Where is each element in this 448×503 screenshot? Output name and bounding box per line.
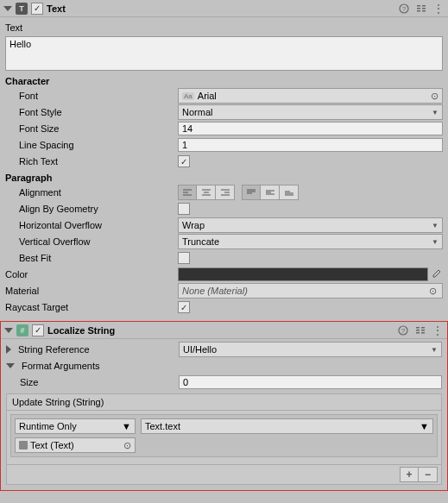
font-field[interactable]: Aa Arial ⊙ bbox=[178, 88, 443, 104]
svg-text:?: ? bbox=[401, 327, 406, 335]
function-value: Text.text bbox=[145, 421, 180, 431]
chevron-down-icon: ▼ bbox=[431, 346, 438, 354]
foldout-toggle[interactable] bbox=[6, 363, 15, 368]
remove-listener-button[interactable]: − bbox=[419, 467, 438, 482]
svg-rect-29 bbox=[416, 330, 420, 331]
object-picker-icon[interactable]: ⊙ bbox=[426, 286, 439, 297]
align-bottom-button[interactable] bbox=[280, 185, 299, 200]
fontstyle-label: Font Style bbox=[5, 107, 178, 117]
text-label: Text bbox=[5, 22, 178, 33]
text-component-header[interactable]: T ✓ Text ? ⋮ bbox=[0, 0, 448, 17]
foldout-toggle[interactable] bbox=[6, 345, 11, 354]
svg-rect-28 bbox=[416, 327, 420, 329]
formatargs-label: Format Arguments bbox=[22, 361, 99, 371]
text-textarea[interactable]: Hello bbox=[5, 36, 443, 71]
richtext-checkbox[interactable]: ✓ bbox=[178, 155, 190, 167]
event-title: Update String (String) bbox=[7, 394, 441, 411]
stringref-label: String Reference bbox=[18, 344, 90, 355]
svg-rect-33 bbox=[421, 332, 425, 334]
localize-string-component: # ✓ Localize String ? ⋮ String Reference… bbox=[0, 321, 448, 491]
align-center-button[interactable] bbox=[197, 185, 216, 200]
svg-rect-30 bbox=[416, 332, 420, 334]
svg-rect-5 bbox=[422, 5, 426, 7]
svg-rect-2 bbox=[417, 5, 420, 7]
linespacing-input[interactable] bbox=[178, 138, 443, 152]
eyedropper-icon[interactable] bbox=[430, 267, 443, 281]
fontstyle-value: Normal bbox=[182, 107, 212, 117]
text-component-icon: T bbox=[16, 3, 28, 15]
svg-rect-4 bbox=[417, 10, 420, 12]
linespacing-label: Line Spacing bbox=[5, 140, 178, 150]
chevron-down-icon: ▼ bbox=[432, 109, 439, 116]
svg-rect-6 bbox=[422, 8, 426, 9]
component-title: Text bbox=[47, 3, 398, 14]
chevron-down-icon: ▼ bbox=[122, 421, 131, 431]
object-picker-icon[interactable]: ⊙ bbox=[431, 91, 439, 102]
function-dropdown[interactable]: Text.text ▼ bbox=[141, 418, 433, 434]
font-asset-icon: Aa bbox=[182, 92, 194, 100]
unity-event-box: Update String (String) Runtime Only ▼ Te… bbox=[6, 393, 442, 485]
fontsize-label: Font Size bbox=[5, 123, 178, 134]
target-value: Text (Text) bbox=[30, 440, 74, 450]
chevron-down-icon: ▼ bbox=[420, 421, 429, 431]
text-component: T ✓ Text ? ⋮ Text Hello Character Font A… bbox=[0, 0, 448, 321]
alignbygeom-checkbox[interactable] bbox=[178, 203, 190, 215]
presets-icon[interactable] bbox=[415, 3, 427, 15]
raycast-label: Raycast Target bbox=[5, 302, 178, 312]
raycast-checkbox[interactable]: ✓ bbox=[178, 301, 190, 313]
help-icon[interactable]: ? bbox=[397, 324, 409, 336]
menu-icon[interactable]: ⋮ bbox=[432, 324, 444, 336]
localize-component-header[interactable]: # ✓ Localize String ? ⋮ bbox=[1, 322, 447, 339]
callstate-value: Runtime Only bbox=[19, 421, 77, 431]
menu-icon[interactable]: ⋮ bbox=[432, 3, 445, 15]
hoverflow-dropdown[interactable]: Wrap ▼ bbox=[178, 217, 443, 233]
component-title: Localize String bbox=[47, 325, 397, 336]
alignment-label: Alignment bbox=[5, 187, 178, 198]
foldout-toggle[interactable] bbox=[4, 328, 13, 333]
svg-rect-3 bbox=[417, 8, 420, 9]
stringref-value: UI/Hello bbox=[183, 344, 217, 355]
voverflow-value: Truncate bbox=[182, 236, 219, 247]
alignbygeom-label: Align By Geometry bbox=[5, 204, 178, 214]
help-icon[interactable]: ? bbox=[398, 3, 410, 15]
font-value: Arial bbox=[198, 91, 217, 101]
character-section: Character bbox=[5, 76, 443, 86]
stringref-dropdown[interactable]: UI/Hello ▼ bbox=[179, 342, 442, 357]
align-right-button[interactable] bbox=[216, 185, 235, 200]
svg-text:?: ? bbox=[402, 5, 407, 13]
color-field[interactable] bbox=[178, 267, 428, 281]
material-field[interactable]: None (Material) ⊙ bbox=[178, 283, 443, 299]
align-top-button[interactable] bbox=[242, 185, 261, 200]
hoverflow-value: Wrap bbox=[182, 220, 205, 230]
svg-rect-7 bbox=[422, 10, 426, 12]
voverflow-dropdown[interactable]: Truncate ▼ bbox=[178, 234, 443, 249]
fontstyle-dropdown[interactable]: Normal ▼ bbox=[178, 104, 443, 120]
target-object-field[interactable]: Text (Text) ⊙ bbox=[15, 437, 136, 453]
align-left-button[interactable] bbox=[178, 185, 197, 200]
gameobject-icon bbox=[19, 441, 28, 450]
align-middle-button[interactable] bbox=[261, 185, 280, 200]
enable-checkbox[interactable]: ✓ bbox=[32, 324, 44, 336]
add-listener-button[interactable]: + bbox=[400, 467, 419, 482]
object-picker-icon[interactable]: ⊙ bbox=[123, 440, 131, 451]
size-label: Size bbox=[6, 377, 179, 387]
material-value: None (Material) bbox=[182, 286, 248, 296]
event-listener-row: Runtime Only ▼ Text (Text) ⊙ Text.text ▼ bbox=[10, 414, 438, 457]
foldout-toggle[interactable] bbox=[3, 6, 12, 11]
presets-icon[interactable] bbox=[414, 324, 426, 336]
chevron-down-icon: ▼ bbox=[432, 222, 439, 229]
bestfit-checkbox[interactable] bbox=[178, 252, 190, 264]
font-label: Font bbox=[5, 91, 178, 101]
color-label: Color bbox=[5, 269, 178, 280]
hoverflow-label: Horizontal Overflow bbox=[5, 220, 178, 230]
paragraph-section: Paragraph bbox=[5, 173, 443, 183]
bestfit-label: Best Fit bbox=[5, 253, 178, 263]
callstate-dropdown[interactable]: Runtime Only ▼ bbox=[15, 418, 136, 434]
svg-rect-32 bbox=[421, 330, 425, 331]
enable-checkbox[interactable]: ✓ bbox=[31, 3, 43, 15]
localize-component-icon: # bbox=[16, 324, 28, 336]
material-label: Material bbox=[5, 286, 178, 296]
fontsize-input[interactable] bbox=[178, 122, 443, 135]
size-input[interactable] bbox=[179, 375, 442, 389]
alignment-buttons bbox=[178, 185, 443, 200]
